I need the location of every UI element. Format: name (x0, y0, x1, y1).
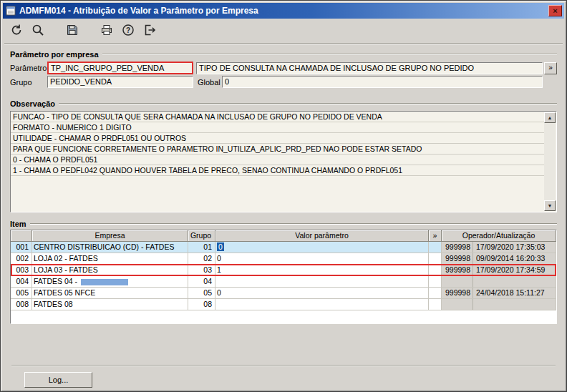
cell-valor[interactable]: 1 (215, 265, 429, 276)
global-value-field[interactable]: 0 (222, 76, 543, 88)
obs-group-title: Observação (10, 99, 55, 108)
svg-text:?: ? (126, 26, 130, 34)
log-button[interactable]: Log... (24, 372, 92, 388)
header-empresa: Empresa (32, 230, 188, 242)
titlebar: ADMFM014 - Atribuição de Valor a Parâmet… (3, 3, 564, 19)
cell-num: 008 (11, 299, 32, 310)
obs-scrollbar[interactable]: ▲ ▼ (544, 112, 556, 211)
cell-grupo: 05 (188, 288, 215, 299)
scroll-down-icon[interactable]: ▼ (544, 200, 556, 211)
cell-expand (429, 288, 442, 299)
observation-textarea[interactable]: FUNCAO - TIPO DE CONSULTA QUE SERA CHAMA… (10, 111, 557, 212)
cell-num: 002 (11, 253, 32, 265)
exit-button[interactable] (142, 23, 158, 39)
close-button[interactable]: × (548, 5, 562, 16)
param-expand-button[interactable]: » (544, 62, 557, 74)
cell-operador: 99999817/09/2020 17:34:59 (442, 265, 556, 276)
obs-line: UTILIDADE - CHAMAR O PRDFL051 OU OUTROS (11, 133, 544, 144)
cell-operador (442, 299, 556, 310)
obs-line: 1 - CHAMA O PEDFL042 QUANDO HOUVER TABEL… (11, 165, 544, 176)
cell-expand (429, 276, 442, 288)
obs-line: FORMATO - NUMERICO 1 DIGITO (11, 122, 544, 133)
cell-expand (429, 253, 442, 265)
cell-empresa: LOJA 03 - FATDES (32, 265, 188, 276)
window-title: ADMFM014 - Atribuição de Valor a Parâmet… (19, 6, 546, 16)
cell-empresa: FATDES 04 - (32, 276, 188, 288)
printer-icon (100, 24, 113, 39)
cell-operador (442, 276, 556, 288)
cell-valor[interactable]: 0 (215, 288, 429, 299)
help-button[interactable]: ? (120, 23, 136, 39)
cell-num: 001 (11, 242, 32, 253)
global-label: Global (193, 78, 222, 87)
table-row[interactable]: 001 CENTRO DISTRIBUICAO (CD) - FATDES 01… (11, 242, 556, 253)
table-row-highlighted[interactable]: 003 LOJA 03 - FATDES 03 1 99999817/09/20… (11, 265, 556, 276)
cell-expand (429, 299, 442, 310)
cell-operador: 99999809/09/2014 16:20:33 (442, 253, 556, 265)
cell-num: 004 (11, 276, 32, 288)
param-row: Parâmetro TP_INC_GRUPO_PED_VENDA TIPO DE… (10, 62, 557, 74)
cell-grupo: 02 (188, 253, 215, 265)
cell-empresa: FATDES 05 NFCE (32, 288, 188, 299)
header-expand-button[interactable]: » (429, 230, 442, 242)
cell-grupo: 03 (188, 265, 215, 276)
cell-valor[interactable] (215, 276, 429, 288)
help-icon: ? (122, 24, 135, 39)
cell-expand (429, 242, 442, 253)
param-group-header: Parâmetro por empresa (10, 50, 557, 59)
param-value-field[interactable]: TP_INC_GRUPO_PED_VENDA (47, 62, 193, 74)
cell-operador: 99999824/04/2018 15:11:27 (442, 288, 556, 299)
cell-grupo: 04 (188, 276, 215, 288)
footer: Log... (10, 366, 557, 388)
cell-grupo: 08 (188, 299, 215, 310)
cell-empresa: CENTRO DISTRIBUICAO (CD) - FATDES (32, 242, 188, 253)
search-button[interactable] (30, 23, 46, 39)
header-valor: Valor parâmetro (215, 230, 429, 242)
table-row[interactable]: 004 FATDES 04 - 04 (11, 276, 556, 288)
redacted-text (81, 279, 128, 285)
close-icon: × (553, 6, 557, 16)
obs-group-header: Observação (10, 99, 557, 108)
cell-num: 005 (11, 288, 32, 299)
valor-edit-selection: 0 (217, 242, 224, 251)
grupo-label: Grupo (10, 78, 47, 87)
cell-grupo: 01 (188, 242, 215, 253)
scroll-up-icon[interactable]: ▲ (544, 112, 556, 123)
grid-header-row: Empresa Grupo Valor parâmetro » Operador… (11, 230, 556, 242)
header-rownum (11, 230, 32, 242)
header-operador: Operador/Atualização (442, 230, 556, 242)
save-button[interactable] (64, 23, 80, 39)
cell-valor[interactable]: 0 (215, 242, 429, 253)
save-icon (66, 24, 79, 39)
grupo-row: Grupo PEDIDO_VENDA Global 0 (10, 76, 557, 88)
window-icon (5, 5, 16, 16)
table-row[interactable]: 008 FATDES 08 08 (11, 299, 556, 310)
cell-valor[interactable] (215, 299, 429, 310)
table-row[interactable]: 002 LOJA 02 - FATDES 02 0 99999809/09/20… (11, 253, 556, 265)
print-button[interactable] (99, 23, 115, 39)
toolbar-divider (4, 43, 563, 44)
grupo-value-field[interactable]: PEDIDO_VENDA (47, 76, 193, 88)
item-grid: Empresa Grupo Valor parâmetro » Operador… (10, 230, 557, 324)
param-group-title: Parâmetro por empresa (10, 50, 99, 59)
obs-line: 0 - CHAMA O PRDFL051 (11, 155, 544, 165)
cell-valor[interactable]: 0 (215, 253, 429, 265)
item-group-title: Item (10, 220, 26, 228)
param-label: Parâmetro (10, 64, 47, 72)
cell-num: 003 (11, 265, 32, 276)
param-description-field: TIPO DE CONSULTA NA CHAMADA DE INCLUSAO … (196, 62, 543, 74)
table-row[interactable]: 005 FATDES 05 NFCE 05 0 99999824/04/2018… (11, 288, 556, 299)
search-icon (32, 24, 44, 39)
obs-line: FUNCAO - TIPO DE CONSULTA QUE SERA CHAMA… (11, 112, 544, 122)
obs-line: PARA QUE FUNCIONE CORRETAMENTE O PARAMET… (11, 144, 544, 155)
exit-icon (143, 24, 156, 39)
cell-empresa: LOJA 02 - FATDES (32, 253, 188, 265)
undo-button[interactable] (9, 23, 24, 39)
app-window: ADMFM014 - Atribuição de Valor a Parâmet… (0, 0, 567, 392)
cell-empresa: FATDES 08 (32, 299, 188, 310)
cell-operador: 99999817/09/2020 17:35:03 (442, 242, 556, 253)
toolbar: ? (3, 19, 564, 43)
cell-expand (429, 265, 442, 276)
header-grupo: Grupo (188, 230, 215, 242)
undo-icon (10, 24, 23, 39)
